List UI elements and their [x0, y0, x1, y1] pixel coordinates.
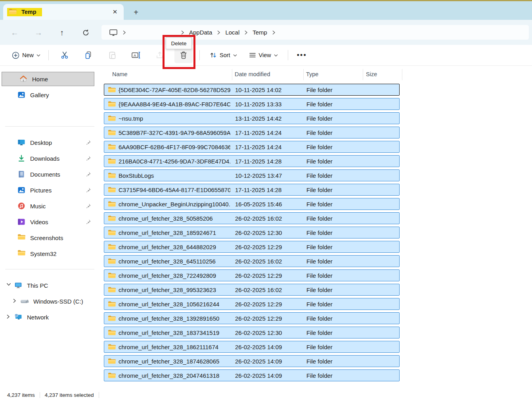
share-button[interactable] [151, 47, 169, 63]
cut-button[interactable] [55, 47, 74, 63]
network-icon [14, 313, 22, 321]
column-header-size[interactable]: Size [366, 71, 377, 77]
file-date-modified: 26-02-2025 16:02 [235, 215, 282, 222]
table-row[interactable]: 6AA90BCF-62B6-4F17-8F09-99C7084636...17-… [104, 141, 400, 153]
chevron-down-icon[interactable] [6, 283, 12, 288]
breadcrumb-item-local[interactable]: Local [222, 27, 243, 37]
chevron-right-icon[interactable] [6, 314, 12, 320]
column-header-name[interactable]: Name [112, 71, 128, 77]
pin-icon [85, 139, 91, 145]
file-date-modified: 26-02-2025 14:09 [235, 344, 282, 350]
table-row[interactable]: chrome_url_fetcher_328_105621624426-02-2… [104, 298, 400, 310]
table-row[interactable]: chrome_url_fetcher_328_186211167426-02-2… [104, 341, 400, 353]
paste-button[interactable] [103, 47, 121, 63]
view-icon [249, 52, 256, 58]
file-type: File folder [306, 287, 333, 293]
up-button[interactable]: ↑ [56, 27, 68, 38]
sidebar-item-this-pc[interactable]: This PC [0, 278, 97, 292]
sidebar-item-windows-ssd-c-[interactable]: Windows-SSD (C:) [0, 294, 97, 308]
table-row[interactable]: chrome_url_fetcher_328_18592467126-02-20… [104, 227, 400, 238]
new-button[interactable]: New [8, 49, 44, 62]
sidebar-item-network[interactable]: Network [0, 310, 97, 324]
view-button-label: View [259, 52, 271, 58]
sidebar-item-videos[interactable]: Videos [0, 215, 97, 229]
table-row[interactable]: BoxStubLogs10-12-2025 13:47File folder [104, 169, 400, 181]
new-tab-button[interactable]: + [131, 8, 141, 17]
tab-bar: Temp ✕ + [0, 1, 532, 20]
table-row[interactable]: chrome_url_fetcher_328_187462806526-02-2… [104, 355, 400, 367]
rename-icon: A [131, 51, 141, 60]
back-button[interactable]: ← [9, 27, 21, 38]
folder-icon [108, 172, 116, 179]
table-row[interactable]: ~nsu.tmp13-11-2025 14:42File folder [104, 112, 400, 124]
sidebar-item-screenshots[interactable]: Screenshots [0, 231, 97, 245]
table-row[interactable]: 216BA0C8-4771-4256-9DA7-3DF8E47D4...17-1… [104, 155, 400, 167]
file-type: File folder [306, 115, 333, 122]
file-name: chrome_url_fetcher_328_722492809 [119, 272, 230, 279]
table-row[interactable]: chrome_url_fetcher_328_139289165026-02-2… [104, 312, 400, 324]
column-header-date[interactable]: Date modified [235, 71, 270, 77]
tab-temp[interactable]: Temp ✕ [3, 4, 124, 20]
sort-button[interactable]: Sort [206, 49, 241, 62]
forward-button[interactable]: → [33, 27, 44, 38]
chevron-down-icon [233, 54, 237, 57]
sidebar-item-system32[interactable]: System32 [0, 246, 97, 261]
table-row[interactable]: 5C389B7F-327C-4391-9A79-68A596059A...17-… [104, 127, 400, 138]
this-pc-icon [14, 281, 22, 289]
sidebar-item-downloads[interactable]: Downloads [0, 151, 97, 165]
folder-icon [108, 358, 116, 364]
copy-button[interactable] [79, 47, 98, 63]
file-type: File folder [306, 258, 333, 265]
delete-button[interactable] [174, 47, 193, 63]
file-type: File folder [306, 144, 333, 150]
folder-icon [108, 315, 116, 321]
table-row[interactable]: chrome_url_fetcher_328_204746131826-02-2… [104, 369, 400, 381]
file-type: File folder [306, 229, 333, 236]
table-row[interactable]: chrome_url_fetcher_328_64511025626-02-20… [104, 255, 400, 267]
items-count: 4,237 items [7, 392, 35, 398]
monitor-icon[interactable] [105, 27, 121, 38]
sidebar-item-documents[interactable]: Documents [0, 167, 97, 181]
table-row[interactable]: {5D6E304C-72AF-405E-82D8-56278D529...10-… [104, 84, 400, 96]
sidebar-item-label: Screenshots [30, 235, 63, 241]
breadcrumb-item-temp[interactable]: Temp [249, 27, 271, 37]
chevron-right-icon[interactable] [271, 30, 277, 35]
chevron-right-icon[interactable] [13, 298, 18, 304]
sidebar-item-pictures[interactable]: Pictures [0, 183, 97, 197]
file-name: chrome_url_fetcher_328_185924671 [119, 229, 230, 236]
column-header-type[interactable]: Type [306, 71, 318, 77]
sidebar-item-desktop[interactable]: Desktop [0, 135, 97, 150]
refresh-button[interactable] [80, 27, 92, 38]
table-row[interactable]: chrome_Unpacker_BeginUnzipping10040...16… [104, 198, 400, 210]
column-divider [232, 69, 232, 80]
close-icon[interactable]: ✕ [110, 7, 120, 17]
more-options-button[interactable]: ••• [292, 50, 312, 61]
table-row[interactable]: C3715F94-6BD6-45A4-8177-E1D0655870...17-… [104, 184, 400, 196]
chevron-right-icon[interactable] [216, 30, 222, 35]
chevron-right-icon[interactable] [243, 30, 249, 35]
sidebar-item-music[interactable]: Music [0, 199, 97, 213]
sidebar-item-label: Desktop [30, 139, 52, 146]
column-header-row: Name Date modified Type Size [104, 68, 402, 81]
table-row[interactable]: chrome_url_fetcher_328_99532362326-02-20… [104, 284, 400, 296]
documents-icon [17, 170, 25, 178]
table-row[interactable]: chrome_url_fetcher_328_64488202926-02-20… [104, 241, 400, 253]
toolbar-separator [199, 50, 200, 60]
file-type: File folder [306, 129, 333, 136]
chevron-right-icon[interactable] [121, 30, 127, 35]
folder-icon [108, 187, 116, 193]
table-row[interactable]: chrome_url_fetcher_328_183734151926-02-2… [104, 327, 400, 338]
chevron-right-icon[interactable] [180, 30, 186, 35]
view-button[interactable]: View [245, 49, 281, 61]
file-name: chrome_Unpacker_BeginUnzipping10040... [119, 201, 230, 208]
toolbar-separator [288, 50, 288, 60]
table-row[interactable]: chrome_url_fetcher_328_72249280926-02-20… [104, 269, 400, 281]
table-row[interactable]: {9EAAA8B4-9E49-4A1B-89AC-F8D7E64C...10-1… [104, 98, 400, 110]
table-row[interactable]: chrome_url_fetcher_328_5058520626-02-202… [104, 212, 400, 224]
sidebar-item-home[interactable]: Home [2, 72, 94, 86]
sidebar-item-label: Network [27, 314, 49, 321]
breadcrumb-item-appdata[interactable]: AppData [186, 27, 216, 37]
file-date-modified: 16-05-2025 15:46 [235, 201, 282, 208]
sidebar-item-gallery[interactable]: Gallery [0, 88, 97, 102]
rename-button[interactable]: A [127, 47, 145, 63]
